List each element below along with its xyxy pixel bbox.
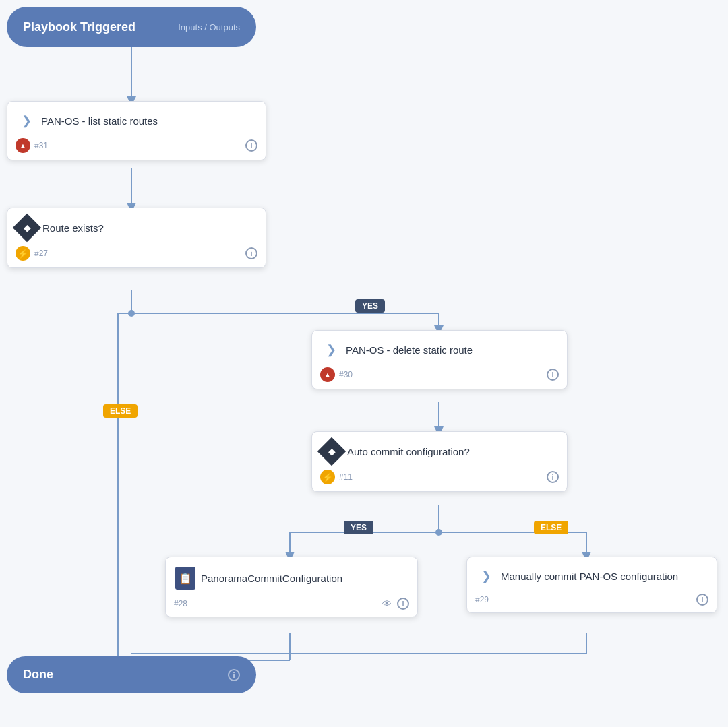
done-info-button[interactable]: i bbox=[228, 669, 240, 681]
else-badge-auto: ELSE bbox=[534, 521, 568, 534]
node-auto-commit-footer: ⚡ #11 i bbox=[312, 467, 567, 491]
task-icon: ❯ bbox=[17, 111, 36, 130]
info-button[interactable]: i bbox=[397, 598, 409, 610]
node-pan-delete-title: ❯ PAN-OS - delete static route bbox=[312, 331, 567, 365]
node-panorama-commit-footer: #28 👁 i bbox=[166, 595, 417, 617]
info-button[interactable]: i bbox=[696, 594, 708, 606]
condition-icon: ◆ bbox=[13, 214, 41, 242]
node-auto-commit-title: ◆ Auto commit configuration? bbox=[312, 432, 567, 467]
node-pan-delete: ❯ PAN-OS - delete static route ▲ #30 i bbox=[311, 330, 568, 389]
trigger-node: Playbook Triggered Inputs / Outputs bbox=[7, 7, 256, 47]
eye-icon[interactable]: 👁 bbox=[382, 598, 392, 609]
info-button[interactable]: i bbox=[245, 139, 257, 152]
lightning-icon: ⚡ bbox=[320, 470, 335, 484]
node-pan-list-title: ❯ PAN-OS - list static routes bbox=[7, 102, 266, 135]
error-icon: ▲ bbox=[16, 138, 30, 153]
node-pan-list: ❯ PAN-OS - list static routes ▲ #31 i bbox=[7, 101, 266, 160]
info-button[interactable]: i bbox=[245, 247, 257, 259]
inputs-outputs-link[interactable]: Inputs / Outputs bbox=[178, 22, 240, 32]
task-icon: ❯ bbox=[322, 340, 340, 359]
lightning-icon: ⚡ bbox=[16, 246, 30, 261]
doc-icon: 📋 bbox=[175, 567, 195, 590]
svg-point-22 bbox=[435, 529, 442, 536]
node-route-exists-title: ◆ Route exists? bbox=[7, 208, 266, 243]
yes-badge-route: YES bbox=[355, 299, 385, 313]
node-panorama-commit-title: 📋 PanoramaCommitConfiguration bbox=[166, 557, 417, 595]
node-manually-commit: ❯ Manually commit PAN-OS configuration #… bbox=[466, 557, 717, 613]
condition-icon: ◆ bbox=[317, 437, 346, 466]
node-pan-delete-footer: ▲ #30 i bbox=[312, 365, 567, 389]
task-icon: ❯ bbox=[477, 567, 495, 586]
done-label: Done bbox=[23, 668, 53, 682]
yes-badge-auto: YES bbox=[344, 521, 373, 534]
node-pan-list-footer: ▲ #31 i bbox=[7, 135, 266, 160]
node-route-exists: ◆ Route exists? ⚡ #27 i bbox=[7, 208, 266, 268]
info-button[interactable]: i bbox=[547, 471, 559, 483]
node-manually-commit-footer: #29 i bbox=[467, 591, 717, 612]
error-icon: ▲ bbox=[320, 367, 335, 382]
trigger-label: Playbook Triggered bbox=[23, 20, 135, 34]
node-route-exists-footer: ⚡ #27 i bbox=[7, 243, 266, 267]
info-button[interactable]: i bbox=[547, 369, 559, 381]
node-panorama-commit: 📋 PanoramaCommitConfiguration #28 👁 i bbox=[165, 557, 418, 617]
else-badge: ELSE bbox=[103, 404, 138, 418]
node-auto-commit: ◆ Auto commit configuration? ⚡ #11 i bbox=[311, 431, 568, 492]
node-manually-commit-title: ❯ Manually commit PAN-OS configuration bbox=[467, 557, 717, 591]
done-node: Done i bbox=[7, 656, 256, 693]
svg-point-21 bbox=[128, 310, 135, 317]
